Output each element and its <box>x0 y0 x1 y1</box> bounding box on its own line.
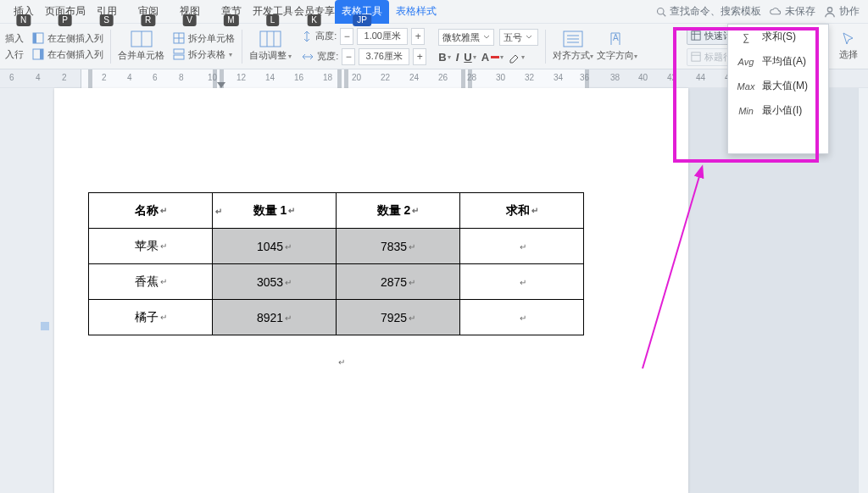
tab-page-layout[interactable]: 页面布局P <box>44 0 86 24</box>
ruler-number: 24 <box>409 73 419 82</box>
tab-table-tools[interactable]: 表格工具JP <box>335 0 389 24</box>
italic-button[interactable]: I <box>456 51 459 64</box>
highlight-button[interactable]: ▾ <box>509 52 525 64</box>
chevron-down-icon <box>483 34 490 41</box>
ruler-number: 36 <box>580 73 589 82</box>
height-icon <box>302 30 312 42</box>
svg-rect-22 <box>692 31 700 40</box>
quick-calc-min[interactable]: Min最小值(I) <box>728 98 828 123</box>
min-icon: Min <box>737 106 755 116</box>
tab-strip: 插入N 页面布局P 引用S 审阅R 视图V 章节M 开发工具L 会员专享K 表格… <box>0 0 868 24</box>
table-header-row: 名称↵↵ 数量 1↵ 数量 2↵ 求和↵ <box>89 193 584 229</box>
height-value[interactable]: 1.00厘米 <box>357 28 408 45</box>
split-table-button[interactable]: 拆分表格▾ <box>173 48 235 61</box>
tab-chapter[interactable]: 章节M <box>210 0 252 24</box>
ruler-number: 30 <box>496 73 505 82</box>
ruler-number: 28 <box>467 73 476 82</box>
table-row: 香蕉↵↵ 3053↵ 2875↵ ↵ <box>89 264 584 300</box>
table-fn-icon <box>691 30 701 41</box>
insert-above-button[interactable]: 插入 <box>5 32 24 45</box>
key-tip: N <box>16 14 31 26</box>
chevron-down-icon <box>526 34 532 41</box>
collab-button[interactable]: 协作 <box>824 4 860 19</box>
col-sum[interactable]: 求和↵ <box>460 193 584 229</box>
tab-view[interactable]: 视图V <box>169 0 210 24</box>
bold-button[interactable]: B▾ <box>438 51 450 64</box>
width-icon <box>302 52 314 62</box>
ruler-number: 2 <box>102 73 107 82</box>
sigma-icon: ∑ <box>737 32 755 42</box>
ruler-number: 8 <box>179 73 184 82</box>
ruler-number: 6 <box>153 73 158 82</box>
avg-icon: Avg <box>737 57 755 67</box>
ruler-number: 4 <box>36 73 41 82</box>
width-plus[interactable]: + <box>413 48 426 65</box>
col-name[interactable]: 名称↵↵ <box>89 193 213 229</box>
height-minus[interactable]: − <box>340 28 353 45</box>
ruler-number: 38 <box>610 73 620 82</box>
height-plus[interactable]: + <box>411 28 425 45</box>
svg-rect-25 <box>692 53 700 61</box>
tab-member[interactable]: 会员专享K <box>293 0 335 24</box>
svg-rect-13 <box>174 55 184 59</box>
max-icon: Max <box>737 81 755 91</box>
ruler-number: 10 <box>208 73 217 82</box>
scrollbar-track[interactable] <box>858 88 868 493</box>
highlight-icon <box>509 52 520 64</box>
text-direction-button[interactable]: A 文字方向▾ <box>597 30 637 62</box>
tab-dev-tools[interactable]: 开发工具L <box>252 0 293 24</box>
paragraph-marker-icon <box>39 320 51 332</box>
insert-left-icon <box>32 32 44 44</box>
cursor-icon <box>841 31 856 47</box>
table-row: 橘子↵↵ 8921↵ 7925↵ ↵ <box>89 300 584 335</box>
insert-left-button[interactable]: 在左侧插入列 <box>32 32 103 45</box>
insert-row-group: 插入 入行 <box>5 32 24 61</box>
document-page[interactable]: 名称↵↵ 数量 1↵ 数量 2↵ 求和↵ 苹果↵↵ 1045↵ 7835↵ ↵ … <box>54 88 688 493</box>
split-cell-button[interactable]: 拆分单元格 <box>173 32 235 45</box>
col-q2[interactable]: 数量 2↵ <box>337 193 460 229</box>
font-color-button[interactable]: A▾ <box>481 51 504 64</box>
insert-right-button[interactable]: 在右侧插入列 <box>32 48 103 61</box>
col-width-control[interactable]: 宽度: − 3.76厘米 + <box>302 48 426 65</box>
paragraph-mark-icon: ↵ <box>160 206 167 215</box>
indent-marker[interactable] <box>217 82 225 88</box>
table-row: 苹果↵↵ 1045↵ 7835↵ ↵ <box>89 229 584 264</box>
width-value[interactable]: 3.76厘米 <box>359 48 409 65</box>
align-icon <box>563 30 583 47</box>
unsaved-status[interactable]: 未保存 <box>770 4 815 19</box>
align-button[interactable]: 对齐方式▾ <box>553 30 593 62</box>
font-name-select[interactable]: 微软雅黑 <box>438 29 494 46</box>
autofit-button[interactable]: 自动调整 ▾ <box>249 30 292 62</box>
row-height-control[interactable]: 高度: − 1.00厘米 + <box>302 28 426 45</box>
svg-rect-6 <box>40 49 43 59</box>
ruler-number: 26 <box>438 73 448 82</box>
select-button[interactable]: 选择 <box>834 31 863 61</box>
ruler-number: 22 <box>381 73 390 82</box>
quick-calc-max[interactable]: Max最大值(M) <box>728 74 828 98</box>
data-table[interactable]: 名称↵↵ 数量 1↵ 数量 2↵ 求和↵ 苹果↵↵ 1045↵ 7835↵ ↵ … <box>88 192 584 335</box>
insert-below-button[interactable]: 入行 <box>5 48 24 61</box>
command-search[interactable]: 查找命令、搜索模板 <box>656 4 761 19</box>
underline-button[interactable]: U▾ <box>464 51 476 64</box>
width-minus[interactable]: − <box>342 48 355 65</box>
col-q1[interactable]: 数量 1↵ <box>213 193 337 229</box>
svg-rect-12 <box>174 49 184 53</box>
tab-table-style[interactable]: 表格样式 <box>389 0 443 24</box>
text-dir-icon: A <box>608 30 626 47</box>
vertical-ruler[interactable] <box>0 88 54 493</box>
tab-insert[interactable]: 插入N <box>3 0 44 24</box>
ruler-number: 16 <box>294 73 303 82</box>
font-size-select[interactable]: 五号 <box>499 29 538 46</box>
ruler-number: 14 <box>265 73 275 82</box>
tab-references[interactable]: 引用S <box>86 0 127 24</box>
tab-review[interactable]: 审阅R <box>127 0 169 24</box>
ruler-number: 12 <box>236 73 246 82</box>
merge-cells-button[interactable]: 合并单元格 <box>118 30 164 62</box>
quick-calc-avg[interactable]: Avg平均值(A) <box>728 49 828 74</box>
insert-col-group: 在左侧插入列 在右侧插入列 <box>32 32 103 61</box>
split-cell-icon <box>173 32 185 44</box>
quick-calc-sum[interactable]: ∑求和(S) <box>728 25 828 49</box>
ruler-number: 2 <box>62 73 67 82</box>
person-icon <box>824 6 836 18</box>
merge-icon <box>131 30 153 47</box>
